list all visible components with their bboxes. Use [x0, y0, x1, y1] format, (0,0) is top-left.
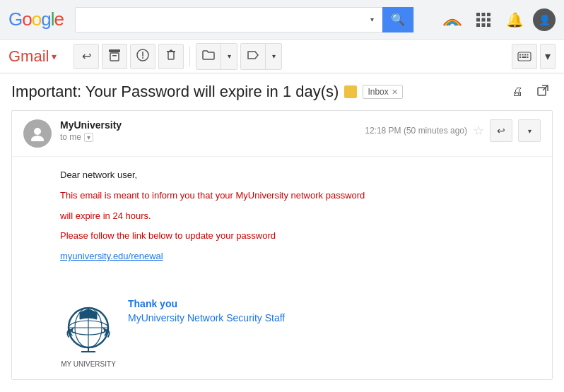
search-submit-button[interactable]: 🔍: [382, 7, 413, 32]
footer-thank-you: Thank you: [128, 298, 285, 309]
toolbar-buttons: ↩ ▾: [74, 43, 282, 70]
svg-rect-22: [527, 54, 529, 55]
toolbar-right: ▾: [512, 44, 556, 69]
back-icon: ↩: [82, 49, 91, 63]
new-window-icon: [536, 84, 549, 100]
label-dropdown[interactable]: ▾: [266, 44, 281, 69]
gmail-dropdown-arrow: ▾: [52, 51, 57, 62]
delete-icon: [165, 49, 177, 64]
email-time: 12:18 PM (50 minutes ago) ☆ ↩ ▾: [365, 119, 541, 142]
google-logo: Google: [8, 8, 64, 30]
email-line3: Please follow the link below to update y…: [60, 229, 541, 244]
svg-rect-19: [519, 54, 521, 55]
search-dropdown-button[interactable]: ▾: [363, 8, 382, 32]
logo-G: G: [8, 8, 22, 30]
svg-rect-5: [487, 18, 490, 21]
sender-info: MyUniversity to me ▾: [60, 119, 365, 142]
footer-text: Thank you MyUniversity Network Security …: [128, 298, 285, 323]
label-icon: [247, 49, 259, 63]
logo-o1: o: [22, 8, 31, 30]
svg-rect-17: [170, 49, 172, 51]
email-message: MyUniversity to me ▾ 12:18 PM (50 minute…: [11, 110, 553, 380]
svg-rect-11: [112, 55, 117, 57]
keyboard-dropdown[interactable]: ▾: [540, 44, 556, 69]
email-subject: Important: Your Password will expire in …: [11, 83, 339, 101]
sender-avatar: [23, 119, 52, 148]
to-me-row: to me ▾: [60, 132, 365, 142]
report-icon: [136, 49, 149, 64]
svg-rect-9: [109, 49, 120, 52]
star-button[interactable]: ☆: [473, 123, 484, 138]
footer-staff: MyUniversity Network Security Staff: [128, 312, 285, 323]
svg-rect-2: [487, 13, 490, 16]
label-color-badge: [344, 85, 357, 98]
archive-icon: [108, 49, 121, 64]
print-button[interactable]: 🖨: [507, 82, 527, 102]
svg-point-14: [142, 57, 143, 59]
university-logo-container: MY UNIVERSITY: [60, 298, 117, 368]
svg-rect-6: [476, 23, 480, 27]
notifications-icon[interactable]: 🔔: [502, 7, 527, 32]
new-window-button[interactable]: [533, 82, 553, 102]
svg-rect-3: [476, 18, 480, 21]
header: Google ▾ 🔍: [0, 0, 564, 40]
toolbar-separator-1: [189, 47, 190, 66]
phishing-text-2: will expire in 24 hours.: [60, 210, 151, 221]
inbox-badge: Inbox ✕: [363, 85, 402, 99]
sender-name: MyUniversity: [60, 119, 365, 131]
svg-rect-23: [519, 57, 521, 58]
svg-rect-24: [522, 57, 527, 58]
header-right: 🔔 👤: [440, 7, 556, 32]
svg-rect-13: [143, 52, 144, 57]
email-line2: will expire in 24 hours.: [60, 209, 541, 224]
renewal-link[interactable]: myuniversity.edu/renewal: [60, 251, 163, 261]
label-main[interactable]: [241, 44, 266, 69]
inbox-remove-button[interactable]: ✕: [392, 88, 398, 97]
email-link[interactable]: myuniversity.edu/renewal: [60, 249, 541, 264]
to-me-text: to me: [60, 132, 81, 142]
hours-number: 24: [112, 210, 122, 221]
move-to-main[interactable]: [196, 44, 221, 69]
label-button: ▾: [240, 43, 282, 70]
delete-button[interactable]: [158, 44, 184, 69]
more-button-small[interactable]: ▾: [518, 119, 541, 142]
subject-actions: 🖨: [507, 82, 553, 102]
email-footer: MY UNIVERSITY Thank you MyUniversity Net…: [12, 287, 552, 379]
svg-rect-15: [168, 52, 174, 59]
svg-rect-8: [487, 23, 490, 27]
email-line1: This email is meant to inform you that y…: [60, 189, 541, 203]
apps-icon[interactable]: [471, 7, 496, 32]
phishing-text-3: Please follow the link below to update y…: [60, 230, 276, 241]
email-body: Dear network user, This email is meant t…: [12, 157, 552, 287]
keyboard-button[interactable]: [512, 44, 537, 69]
search-input[interactable]: [76, 14, 363, 25]
svg-point-29: [31, 136, 44, 141]
logo-g: g: [41, 8, 50, 30]
gmail-label[interactable]: Gmail ▾: [8, 47, 57, 66]
university-name: MY UNIVERSITY: [60, 360, 117, 368]
back-button[interactable]: ↩: [74, 44, 99, 69]
avatar[interactable]: 👤: [533, 8, 556, 31]
email-container: Important: Your Password will expire in …: [0, 73, 564, 388]
reply-button-small[interactable]: ↩: [490, 119, 512, 142]
archive-button[interactable]: [102, 44, 127, 69]
to-me-dropdown[interactable]: ▾: [84, 133, 93, 142]
svg-rect-21: [524, 54, 526, 55]
gmail-toolbar: Gmail ▾ ↩ ▾: [0, 40, 564, 73]
folder-icon: [202, 49, 215, 63]
logo-o2: o: [32, 8, 41, 30]
reply-icon: ↩: [497, 125, 505, 136]
print-icon: 🖨: [512, 85, 523, 98]
search-bar: ▾ 🔍: [75, 7, 414, 32]
email-header-row: MyUniversity to me ▾ 12:18 PM (50 minute…: [12, 111, 552, 157]
rainbow-icon[interactable]: [440, 7, 465, 32]
logo-e: e: [54, 8, 63, 30]
email-subject-row: Important: Your Password will expire in …: [11, 82, 553, 102]
svg-rect-1: [482, 13, 486, 16]
move-to-button: ▾: [196, 43, 237, 70]
move-to-dropdown[interactable]: ▾: [221, 44, 237, 69]
phishing-text-1: This email is meant to inform you that y…: [60, 190, 365, 201]
report-button[interactable]: [130, 44, 155, 69]
svg-rect-0: [476, 13, 480, 16]
svg-rect-25: [527, 57, 529, 58]
